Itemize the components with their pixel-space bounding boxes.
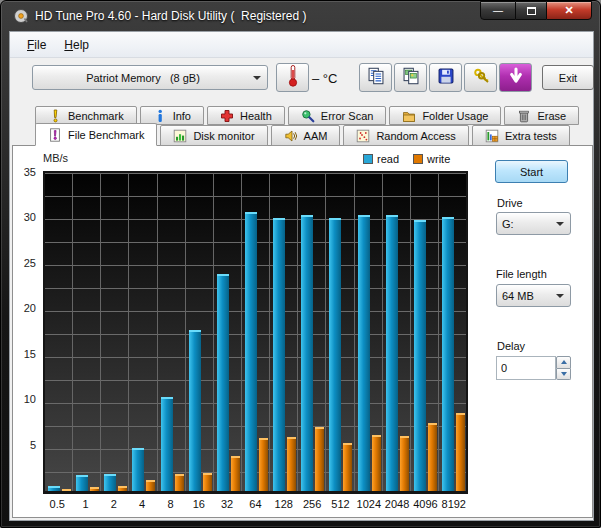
folder-usage-icon [402,109,416,123]
y-axis-labels: 3530252015105 [13,146,39,517]
benchmark-icon [48,109,62,123]
app-icon [13,8,29,24]
x-tick-label: 4096 [411,498,439,510]
x-tick-label: 8 [156,498,184,510]
temperature-button[interactable] [276,63,309,92]
read-bar [358,215,370,491]
options-icon [472,67,490,89]
legend-item-read: read [363,153,399,165]
update-button[interactable] [499,63,532,92]
read-bar [329,218,341,491]
chart-column-512 [326,173,354,491]
device-select-value: Patriot Memory (8 gB) [33,72,253,84]
random-access-icon [356,129,370,143]
chart-column-256 [298,173,326,491]
chart-legend: read write [363,153,450,165]
y-tick-label: 30 [24,211,36,223]
device-select[interactable]: Patriot Memory (8 gB) [32,65,268,90]
tab-extra-tests[interactable]: Extra tests [472,125,570,146]
download-icon [507,67,525,89]
chevron-down-icon [556,294,564,298]
tab-label: Erase [537,110,566,122]
minimize-button[interactable]: — [480,1,516,20]
menu-help[interactable]: Help [55,35,98,55]
extra-tests-icon [485,129,499,143]
chart-column-16 [186,173,214,491]
read-bar [386,215,398,491]
tab-label: Benchmark [68,110,124,122]
tab-file-benchmark[interactable]: File Benchmark [35,123,157,146]
save-button[interactable] [429,63,462,92]
x-tick-label: 8192 [440,498,468,510]
tab-label: File Benchmark [68,129,144,141]
exit-button[interactable]: Exit [542,65,594,90]
write-bar [203,473,212,491]
read-bar [273,218,285,491]
write-bar [175,474,184,491]
copy-text-button[interactable] [359,63,392,92]
tab-label: Health [240,110,272,122]
read-bar [414,220,426,491]
tab-label: Random Access [376,130,455,142]
tab-label: Extra tests [505,130,557,142]
tab-aam[interactable]: AAM [271,125,341,146]
x-tick-label: 4 [128,498,156,510]
drive-select-value: G: [497,218,556,230]
file-length-value: 64 MB [497,290,556,302]
title-bar[interactable]: HD Tune Pro 4.60 - Hard Disk Utility ( R… [1,1,600,31]
delay-input[interactable] [496,356,556,380]
window-controls: —✕ [480,1,592,20]
write-bar [259,438,268,491]
read-bar [76,475,88,491]
exit-button-label: Exit [559,72,577,84]
triangle-down-icon [561,372,567,376]
read-bar [301,215,313,491]
read-bar [161,397,173,491]
file-benchmark-icon [48,128,62,142]
write-bar [372,435,381,491]
read-bar [189,330,201,491]
x-tick-label: 1 [71,498,99,510]
legend-read-label: read [377,153,399,165]
y-tick-label: 20 [24,302,36,314]
x-tick-label: 2048 [383,498,411,510]
tab-strip-bottom: File BenchmarkDisk monitorAAMRandom Acce… [35,123,570,146]
health-icon [220,109,234,123]
write-bar [400,436,409,491]
maximize-button[interactable] [516,1,546,20]
maximize-icon [527,7,536,15]
chart-column-32 [214,173,242,491]
options-button[interactable] [464,63,497,92]
menu-file[interactable]: File [18,35,55,55]
app-window: HD Tune Pro 4.60 - Hard Disk Utility ( R… [0,0,601,528]
tab-random-access[interactable]: Random Access [343,125,468,146]
chart-column-8 [158,173,186,491]
chart-column-64 [242,173,270,491]
chart-column-2048 [383,173,411,491]
write-bar [315,427,324,492]
spinner-up-button[interactable] [556,356,571,369]
y-tick-label: 10 [24,393,36,405]
x-tick-label: 2 [100,498,128,510]
drive-select[interactable]: G: [496,212,571,235]
write-bar [90,487,99,491]
chart-column-1024 [355,173,383,491]
x-tick-label: 512 [326,498,354,510]
tab-label: Error Scan [321,110,374,122]
file-length-select[interactable]: 64 MB [496,284,571,307]
x-tick-label: 256 [298,498,326,510]
write-bar [231,456,240,491]
x-tick-label: 0.5 [43,498,71,510]
close-button[interactable]: ✕ [546,1,592,20]
tab-label: Disk monitor [193,130,254,142]
copy-text-icon [367,67,385,89]
x-axis-labels: 0.512481632641282565121024204840968192 [43,498,468,510]
copy-image-button[interactable] [394,63,427,92]
read-bar [217,274,229,491]
x-tick-label: 16 [185,498,213,510]
spinner-down-button[interactable] [556,369,571,381]
start-button[interactable]: Start [495,160,568,183]
tab-disk-monitor[interactable]: Disk monitor [160,125,267,146]
chart-column-4 [129,173,157,491]
write-bar [118,486,127,491]
